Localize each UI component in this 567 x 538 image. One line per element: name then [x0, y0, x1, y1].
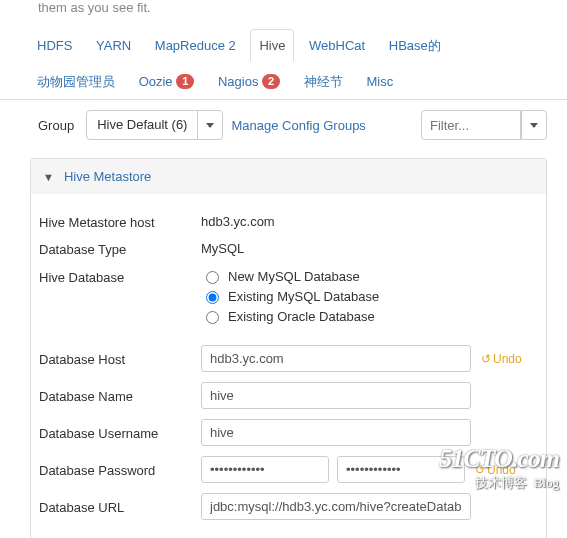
panel-hive-metastore: ▼ Hive Metastore Hive Metastore host hdb… [30, 158, 547, 538]
hive-database-label: Hive Database [39, 268, 201, 285]
tab-oozie[interactable]: Oozie 1 [130, 65, 204, 98]
radio-existing-oracle[interactable]: Existing Oracle Database [201, 308, 379, 324]
filter-caret[interactable] [521, 110, 547, 140]
database-name-input[interactable] [201, 382, 471, 409]
tab-oozie-badge: 1 [176, 74, 194, 89]
database-host-input[interactable] [201, 345, 471, 372]
undo-icon: ↻ [475, 463, 485, 477]
config-toolbar: Group Hive Default (6) Manage Config Gro… [0, 100, 567, 150]
radio-existing-mysql-input[interactable] [206, 291, 219, 304]
group-select-value[interactable]: Hive Default (6) [86, 110, 198, 140]
metastore-host-value: hdb3.yc.com [201, 214, 275, 229]
group-label: Group [38, 118, 74, 133]
undo-icon: ↻ [481, 352, 491, 366]
radio-new-mysql-label: New MySQL Database [228, 269, 360, 284]
tab-yarn[interactable]: YARN [87, 29, 140, 62]
radio-existing-mysql-label: Existing MySQL Database [228, 289, 379, 304]
tab-nagios-badge: 2 [262, 74, 280, 89]
database-type-label: Database Type [39, 240, 201, 257]
service-tabs: HDFS YARN MapReduce 2 Hive WebHCat HBase… [0, 21, 567, 100]
tab-oozie-label: Oozie [139, 74, 173, 89]
database-url-input[interactable] [201, 493, 471, 520]
hive-database-options: New MySQL Database Existing MySQL Databa… [201, 268, 379, 324]
page-description-truncated: them as you see fit. [0, 0, 567, 21]
tab-hive[interactable]: Hive [250, 29, 294, 62]
tab-hbase[interactable]: HBase的 [380, 28, 450, 64]
tab-nagios[interactable]: Nagios 2 [209, 65, 289, 98]
database-name-label: Database Name [39, 387, 201, 404]
database-host-label: Database Host [39, 350, 201, 367]
collapse-icon: ▼ [43, 171, 54, 183]
database-password-label: Database Password [39, 461, 201, 478]
manage-config-groups-link[interactable]: Manage Config Groups [231, 118, 365, 133]
database-password-confirm-input[interactable] [337, 456, 465, 483]
group-select: Hive Default (6) [86, 110, 223, 140]
radio-existing-oracle-label: Existing Oracle Database [228, 309, 375, 324]
chevron-down-icon [530, 123, 538, 128]
database-password-input[interactable] [201, 456, 329, 483]
undo-database-password[interactable]: ↻Undo [475, 463, 516, 477]
radio-new-mysql-input[interactable] [206, 271, 219, 284]
database-username-label: Database Username [39, 424, 201, 441]
metastore-host-label: Hive Metastore host [39, 213, 201, 230]
panel-hive-metastore-body: Hive Metastore host hdb3.yc.com Database… [31, 194, 546, 538]
tab-misc[interactable]: Misc [357, 65, 402, 98]
chevron-down-icon [206, 123, 214, 128]
tab-hdfs[interactable]: HDFS [28, 29, 81, 62]
tab-zookeeper[interactable]: 动物园管理员 [28, 64, 124, 100]
undo-database-host[interactable]: ↻Undo [481, 352, 522, 366]
radio-existing-mysql[interactable]: Existing MySQL Database [201, 288, 379, 304]
radio-existing-oracle-input[interactable] [206, 311, 219, 324]
panel-hive-metastore-header[interactable]: ▼ Hive Metastore [31, 159, 546, 194]
database-url-label: Database URL [39, 498, 201, 515]
panel-hive-metastore-title: Hive Metastore [64, 169, 151, 184]
group-select-caret[interactable] [197, 110, 223, 140]
tab-nagios-label: Nagios [218, 74, 258, 89]
filter-input[interactable] [421, 110, 521, 140]
tab-webhcat[interactable]: WebHCat [300, 29, 374, 62]
tab-mapreduce2[interactable]: MapReduce 2 [146, 29, 245, 62]
database-type-value: MySQL [201, 241, 244, 256]
filter-group [421, 110, 547, 140]
tab-ganglia[interactable]: 神经节 [295, 64, 352, 100]
radio-new-mysql[interactable]: New MySQL Database [201, 268, 379, 284]
database-username-input[interactable] [201, 419, 471, 446]
